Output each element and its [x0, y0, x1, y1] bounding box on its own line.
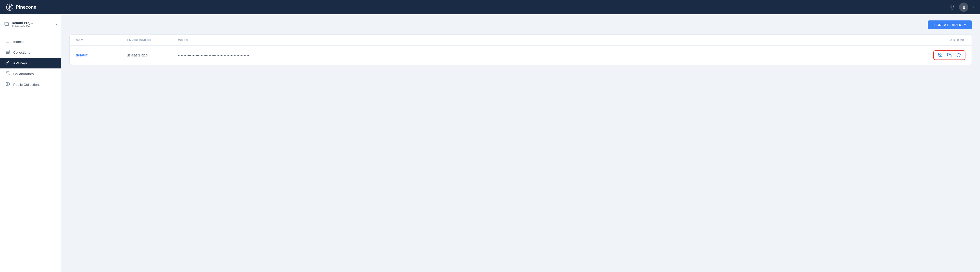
- pinecone-logo-icon: [6, 3, 13, 11]
- sidebar-item-collections[interactable]: Collections: [0, 47, 61, 58]
- svg-rect-5: [6, 50, 10, 54]
- sidebar-item-label-collaborators: Collaborators: [13, 72, 34, 76]
- sidebar-item-label-api-keys: API Keys: [13, 61, 27, 65]
- sidebar-item-label-collections: Collections: [13, 51, 30, 54]
- svg-point-1: [9, 6, 11, 8]
- avatar[interactable]: E: [959, 3, 968, 12]
- api-key-environment: us-east1-gcp: [127, 53, 178, 57]
- project-info: Default Proj... Episteme's De...: [12, 21, 53, 28]
- toggle-visibility-button[interactable]: [937, 52, 943, 58]
- api-keys-table: Name Environment Value Actions default u…: [69, 35, 972, 65]
- lightbulb-icon-btn[interactable]: [950, 4, 955, 10]
- copy-button[interactable]: [946, 52, 953, 58]
- sidebar-item-collaborators[interactable]: Collaborators: [0, 69, 61, 79]
- main-header: + CREATE API KEY: [69, 21, 972, 29]
- sidebar-item-label-indexes: Indexes: [13, 40, 25, 44]
- brand-logo: Pinecone: [6, 3, 36, 11]
- topnav: Pinecone E ▾: [0, 0, 980, 14]
- svg-rect-13: [949, 54, 951, 57]
- copy-icon: [947, 53, 952, 58]
- actions-group: [933, 50, 966, 60]
- project-sub: Episteme's De...: [12, 25, 53, 28]
- api-key-value: ••••••••–••••–••••–••••–••••••••••••••••…: [178, 53, 915, 57]
- svg-point-9: [6, 72, 8, 73]
- public-collections-icon: [5, 82, 10, 87]
- sidebar: Default Proj... Episteme's De... ▾ Index…: [0, 14, 61, 272]
- col-header-actions: Actions: [915, 38, 966, 42]
- project-selector[interactable]: Default Proj... Episteme's De... ▾: [0, 18, 61, 32]
- sidebar-item-label-public-collections: Public Collections: [13, 83, 41, 86]
- refresh-button[interactable]: [955, 52, 962, 58]
- collection-icon: [5, 50, 10, 55]
- table-row: default us-east1-gcp ••••••••–••••–••••–…: [70, 46, 972, 65]
- project-chevron-icon: ▾: [56, 23, 57, 26]
- key-icon: [5, 60, 10, 66]
- list-icon: [5, 39, 10, 45]
- lightbulb-icon: [950, 4, 955, 10]
- api-key-actions: [915, 50, 966, 60]
- col-header-name: Name: [76, 38, 127, 42]
- eye-off-icon: [938, 53, 942, 58]
- svg-point-8: [6, 62, 8, 64]
- sidebar-item-api-keys[interactable]: API Keys: [0, 58, 61, 69]
- sidebar-item-indexes[interactable]: Indexes: [0, 36, 61, 47]
- brand-name: Pinecone: [16, 5, 36, 10]
- table-header-row: Name Environment Value Actions: [70, 35, 972, 46]
- folder-svg: [4, 21, 9, 26]
- col-header-environment: Environment: [127, 38, 178, 42]
- sidebar-divider: [0, 34, 61, 34]
- project-name: Default Proj...: [12, 21, 53, 25]
- collaborators-icon: [5, 71, 10, 77]
- topnav-right: E ▾: [950, 3, 974, 12]
- refresh-icon: [956, 53, 961, 58]
- create-api-key-button[interactable]: + CREATE API KEY: [928, 21, 972, 29]
- main-content: + CREATE API KEY Name Environment Value …: [61, 14, 980, 272]
- col-header-value: Value: [178, 38, 915, 42]
- avatar-chevron-icon[interactable]: ▾: [972, 5, 974, 9]
- sidebar-item-public-collections[interactable]: Public Collections: [0, 79, 61, 90]
- api-key-name: default: [76, 53, 127, 57]
- layout: Default Proj... Episteme's De... ▾ Index…: [0, 14, 980, 272]
- folder-icon: [4, 21, 9, 27]
